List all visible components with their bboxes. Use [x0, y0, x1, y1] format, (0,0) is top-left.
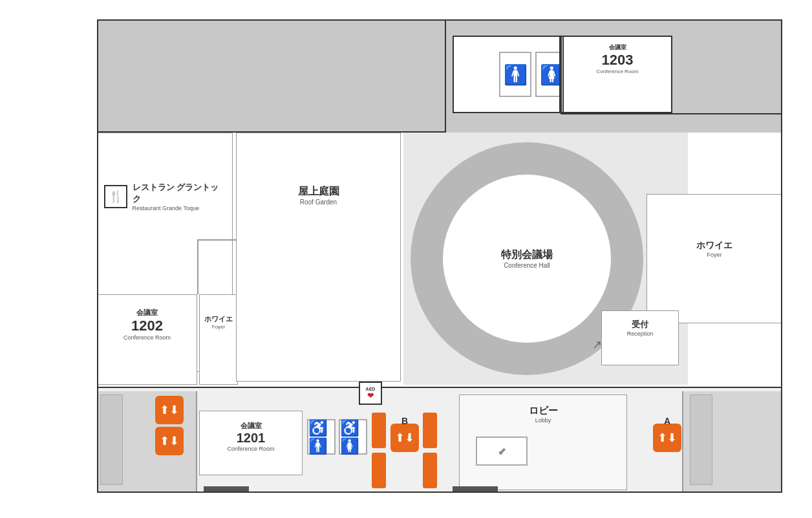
stair-right — [690, 394, 712, 485]
room-1203-number: 1203 — [570, 52, 665, 69]
lobby-jp: ロビー — [460, 405, 626, 417]
room-1202-label-jp: 会議室 — [105, 308, 189, 318]
left-border — [97, 19, 98, 491]
elevator-b-left-box2 — [372, 453, 386, 488]
male-wc-icon: 🚹 — [499, 52, 531, 97]
wall-detail-1 — [197, 239, 198, 294]
escalator-icon: ⬋ — [476, 437, 528, 466]
room-1201-label-jp: 会議室 — [206, 421, 295, 431]
room-1202-number: 1202 — [105, 318, 189, 334]
room-1201: 会議室 1201 Conference Room — [199, 411, 303, 475]
room-1201-number: 1201 — [206, 431, 295, 446]
top-border — [97, 19, 782, 21]
elevator-b-label: B — [401, 416, 408, 426]
foyer-right-en: Foyer — [647, 252, 782, 258]
right-border — [781, 19, 782, 491]
aed-box: AED ❤ — [359, 382, 382, 405]
elevator-b-right-box1 — [423, 413, 437, 448]
elevator-a-label: A — [664, 416, 670, 426]
reception-area: 受付 Reception — [601, 310, 679, 365]
reception-jp: 受付 — [602, 319, 678, 330]
room-1202: 会議室 1202 Conference Room — [97, 294, 197, 385]
elevator-a-icon: ⬆⬇ — [653, 424, 681, 452]
elevator-b-left-box — [372, 413, 386, 448]
elevator-b-icon: ⬆⬇ — [390, 424, 419, 452]
top-exterior-left — [97, 19, 446, 133]
foyer-right: ホワイエ Foyer — [646, 194, 782, 323]
accessible-female-wc: ♿🚺 — [339, 419, 367, 455]
divider-top-rooms — [561, 113, 782, 114]
room-1203-label-jp: 会議室 — [570, 43, 665, 52]
stair-left — [100, 394, 123, 485]
wall-detail-2 — [197, 239, 236, 241]
lobby-en: Lobby — [460, 417, 626, 424]
conf-hall-inner: 特別会議場 Conference Hall — [443, 175, 611, 343]
room-1202-label-en: Conference Room — [105, 334, 189, 341]
foyer-left-jp: ホワイエ — [203, 314, 234, 324]
accessible-male-wc: ♿🚹 — [307, 419, 336, 455]
foyer-left-en: Foyer — [203, 324, 234, 330]
elevator-right-area — [682, 391, 782, 491]
room-1203: 会議室 1203 Conference Room — [562, 36, 672, 113]
room-1203-label-en: Conference Room — [570, 69, 665, 74]
conf-hall-jp: 特別会議場 — [501, 248, 553, 262]
restaurant-name-en: Restaurant Grande Toque — [133, 205, 226, 211]
foyer-right-jp: ホワイエ — [647, 240, 782, 252]
reception-arrow: ↗ — [592, 338, 602, 352]
restaurant-name-jp: レストラン グラントック — [133, 182, 226, 205]
lobby-area: ロビー Lobby ⬋ — [459, 394, 627, 490]
roof-garden: 屋上庭園 Roof Garden — [236, 133, 401, 382]
elevator-c-top-icon: ⬆⬇ — [155, 396, 184, 424]
restaurant-icon: 🍴 — [104, 185, 127, 208]
aed-heart-icon: ❤ — [366, 391, 376, 400]
foyer-left: ホワイエ Foyer — [199, 294, 238, 385]
elevator-b-right-box2 — [423, 453, 437, 488]
bottom-border — [97, 491, 782, 493]
aed-label: AED — [366, 387, 376, 391]
roof-garden-jp: 屋上庭園 — [237, 185, 400, 199]
conf-hall-en: Conference Hall — [504, 262, 550, 269]
elevator-c-bottom-icon: ⬆⬇ — [155, 427, 184, 455]
floor-map: 🚹 🚺 主催者控室 12-1 Waiting Room 会議室 1203 Con… — [0, 0, 812, 518]
room-1201-label-en: Conference Room — [206, 446, 295, 452]
reception-en: Reception — [602, 330, 678, 337]
roof-garden-en: Roof Garden — [237, 199, 400, 206]
